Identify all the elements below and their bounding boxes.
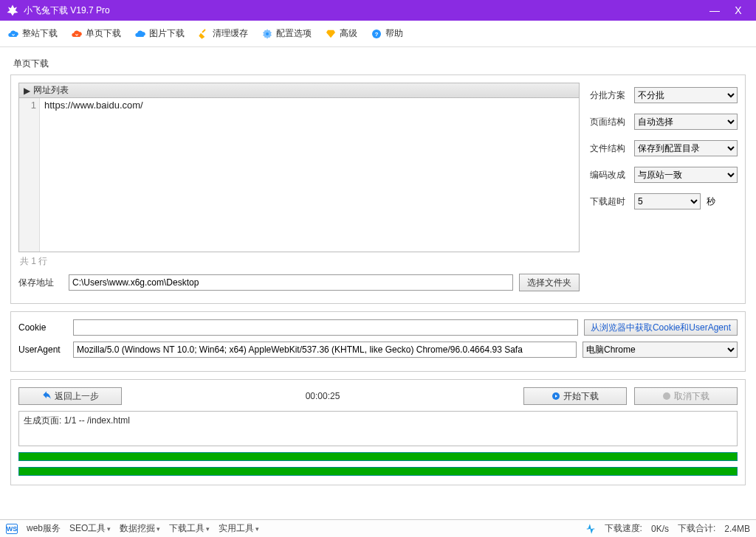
ua-label: UserAgent (18, 344, 67, 355)
titlebar: 小飞兔下载 V19.7 Pro — X (0, 0, 756, 21)
fetch-cookie-button[interactable]: 从浏览器中获取Cookie和UserAgent (584, 319, 738, 336)
toolbar: 整站下载 单页下载 图片下载 清理缓存 配置选项 高级 ?帮助 (0, 21, 756, 47)
save-path-label: 保存地址 (18, 277, 63, 289)
web-service-icon: WS (6, 524, 18, 534)
cloud-down-icon (7, 28, 19, 40)
batch-select[interactable]: 不分批 (634, 87, 738, 103)
page-struct-select[interactable]: 自动选择 (634, 114, 738, 130)
toolbar-clear-cache[interactable]: 清理缓存 (198, 27, 248, 40)
progress-bar-2 (18, 467, 738, 476)
svg-point-4 (663, 392, 670, 400)
progress-bar-1 (18, 452, 738, 461)
cancel-download-button[interactable]: 取消下载 (634, 387, 738, 405)
ua-preset-select[interactable]: 电脑Chrome (583, 342, 738, 358)
speed-icon (585, 524, 596, 534)
ua-input[interactable] (73, 342, 577, 358)
back-button[interactable]: 返回上一步 (18, 387, 122, 405)
timeout-select[interactable]: 5 (634, 193, 701, 209)
action-panel: 返回上一步 00:00:25 开始下载 取消下载 生成页面: 1/1 -- /i… (10, 379, 746, 485)
browse-folder-button[interactable]: 选择文件夹 (519, 274, 580, 291)
total-label: 下载合计: (678, 522, 715, 535)
triangle-icon: ▶ (24, 86, 30, 96)
cloud-down-red-icon (71, 28, 83, 40)
status-web-service[interactable]: web服务 (27, 522, 61, 535)
speed-label: 下载速度: (605, 522, 642, 535)
file-struct-select[interactable]: 保存到配置目录 (634, 140, 738, 156)
diamond-icon (325, 28, 337, 40)
toolbar-page-download[interactable]: 单页下载 (71, 27, 121, 40)
cookie-label: Cookie (18, 322, 67, 333)
close-button[interactable]: X (726, 4, 750, 16)
line-gutter: 1 (19, 98, 40, 252)
save-path-input[interactable] (69, 274, 513, 291)
cookie-input[interactable] (73, 319, 578, 336)
toolbar-site-download[interactable]: 整站下载 (7, 27, 58, 40)
minimize-button[interactable]: — (703, 4, 726, 16)
status-download-tools[interactable]: 下载工具▾ (169, 522, 210, 535)
status-util-tools[interactable]: 实用工具▾ (219, 522, 259, 535)
status-data-mining[interactable]: 数据挖掘▾ (120, 522, 160, 535)
statusbar: WS web服务 SEO工具▾ 数据挖掘▾ 下载工具▾ 实用工具▾ 下载速度: … (0, 519, 756, 537)
section-title: 单页下载 (13, 58, 746, 70)
timer-display: 00:00:25 (129, 391, 516, 401)
cloud-image-icon (134, 28, 146, 40)
svg-text:?: ? (375, 31, 379, 38)
url-count: 共 1 行 (20, 255, 580, 268)
toolbar-help[interactable]: ?帮助 (371, 27, 403, 40)
url-list-header: ▶ 网址列表 (19, 83, 579, 98)
log-output: 生成页面: 1/1 -- /index.html (18, 411, 738, 446)
encoding-select[interactable]: 与原站一致 (634, 167, 738, 183)
url-line[interactable]: https://www.baidu.com/ (40, 98, 579, 252)
main-panel: ▶ 网址列表 1 https://www.baidu.com/ 共 1 行 保存… (10, 75, 746, 304)
toolbar-config[interactable]: 配置选项 (261, 27, 312, 40)
gear-icon (261, 28, 273, 40)
play-icon (551, 392, 560, 401)
total-value: 2.4MB (724, 524, 750, 534)
undo-icon (41, 391, 52, 401)
speed-value: 0K/s (651, 524, 669, 534)
start-download-button[interactable]: 开始下载 (523, 387, 627, 405)
status-seo-tools[interactable]: SEO工具▾ (69, 522, 111, 535)
broom-icon (198, 28, 210, 40)
stop-icon (662, 392, 671, 401)
url-list-box[interactable]: ▶ 网址列表 1 https://www.baidu.com/ (18, 83, 580, 252)
window-title: 小飞兔下载 V19.7 Pro (24, 4, 703, 17)
options-panel: 分批方案不分批 页面结构自动选择 文件结构保存到配置目录 编码改成与原站一致 下… (590, 83, 738, 296)
app-logo-icon (6, 4, 19, 17)
toolbar-advanced[interactable]: 高级 (325, 27, 357, 40)
log-line: 生成页面: 1/1 -- /index.html (24, 415, 732, 427)
help-icon: ? (371, 28, 382, 40)
toolbar-image-download[interactable]: 图片下载 (134, 27, 185, 40)
cookie-panel: Cookie 从浏览器中获取Cookie和UserAgent UserAgent… (10, 311, 746, 372)
